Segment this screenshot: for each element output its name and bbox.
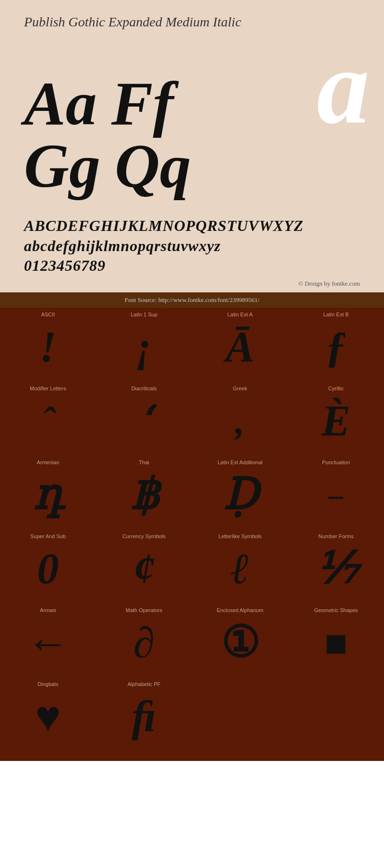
char-symbol-latinexta: Ā: [226, 318, 254, 376]
char-label-geoshapes: Geometric Shapes: [314, 607, 358, 613]
font-source: Font Source: http://www.fontke.com/font/…: [0, 292, 384, 308]
char-symbol-thai: ฿: [130, 466, 157, 524]
char-label-arrows: Arrows: [40, 607, 56, 613]
char-cell-diacriticals: Diacriticals ʻ: [96, 382, 192, 456]
char-symbol-arrows: ←: [26, 614, 70, 672]
char-label-superandsub: Super And Sub: [30, 533, 66, 539]
char-cell-greek: Greek ,: [192, 382, 288, 456]
char-symbol-greek: ,: [235, 392, 245, 450]
char-symbol-enclosednum: ①: [221, 614, 260, 672]
char-cell-arrows: Arrows ←: [0, 603, 96, 677]
char-symbol-cyrillic: È: [322, 392, 350, 450]
char-label-punctuation: Punctuation: [322, 459, 350, 465]
letter-pair-qq: Qq: [115, 134, 191, 197]
char-cell-empty1: [192, 677, 288, 751]
char-label-currency: Currency Symbols: [122, 533, 166, 539]
char-label-modletters: Modifier Letters: [30, 386, 66, 391]
char-label-latinexta: Latin Ext A: [228, 312, 253, 317]
char-symbol-dingbats: ♥: [35, 688, 60, 746]
char-label-mathops: Math Operators: [126, 607, 162, 613]
char-symbol-diacriticals: ʻ: [138, 392, 150, 450]
char-cell-armenian: Armenian դ: [0, 456, 96, 530]
char-symbol-latinextb: ƒ: [325, 318, 347, 376]
char-label-thai: Thai: [139, 459, 149, 465]
char-label-ascii: ASCII: [41, 312, 55, 317]
char-label-cyrillic: Cyrillic: [328, 386, 344, 391]
char-cell-thai: Thai ฿: [96, 456, 192, 530]
char-label-armenian: Armenian: [36, 459, 59, 465]
char-cell-cyrillic: Cyrillic È: [288, 382, 384, 456]
char-symbol-punctuation: –: [329, 466, 343, 524]
char-cell-dingbats: Dingbats ♥: [0, 677, 96, 751]
char-symbol-geoshapes: ■: [324, 614, 348, 672]
char-symbol-armenian: դ: [33, 466, 63, 524]
char-cell-superandsub: Super And Sub 0: [0, 530, 96, 603]
char-cell-latinextb: Latin Ext B ƒ: [288, 308, 384, 382]
char-symbol-currency: ¢: [133, 540, 155, 598]
char-symbol-latin1sup: ¡: [135, 318, 152, 376]
char-cell-ascii: ASCII !: [0, 308, 96, 382]
header-section: Publish Gothic Expanded Medium Italic Aa…: [0, 0, 384, 211]
letter-large-a: a: [317, 39, 370, 134]
letter-pair-gg: Gg: [24, 134, 100, 197]
char-cell-latinextadd: Latin Ext Additional Ḍ: [192, 456, 288, 530]
letter-pair-aa: Aa: [24, 72, 97, 134]
char-label-enclosednum: Enclosed Alphanum: [216, 607, 263, 613]
alphabet-upper: ABCDEFGHIJKLMNOPQRSTUVWXYZ: [24, 216, 360, 236]
char-cell-geoshapes: Geometric Shapes ■: [288, 603, 384, 677]
char-symbol-alphabeticpf: ﬁ: [132, 688, 156, 746]
char-cell-mathops: Math Operators ∂: [96, 603, 192, 677]
char-label-latin1sup: Latin 1 Sup: [131, 312, 157, 317]
alphabet-section: ABCDEFGHIJKLMNOPQRSTUVWXYZ abcdefghijklm…: [0, 211, 384, 276]
char-cell-modletters: Modifier Letters ˆ: [0, 382, 96, 456]
char-cell-punctuation: Punctuation –: [288, 456, 384, 530]
char-label-alphabeticpf: Alphabetic PF: [128, 681, 160, 687]
char-symbol-ascii: !: [39, 318, 56, 376]
char-cell-empty2: [288, 677, 384, 751]
second-letters-row: Gg Qq: [24, 134, 360, 202]
digits: 0123456789: [24, 256, 360, 276]
char-cell-enclosednum: Enclosed Alphanum ①: [192, 603, 288, 677]
dingbats-grid: Dingbats ♥ Alphabetic PF ﬁ: [0, 677, 384, 761]
char-symbol-modletters: ˆ: [42, 392, 55, 450]
letter-pair-ff: Ff: [111, 72, 174, 134]
big-letters-row: Aa Ff a: [24, 39, 360, 134]
font-title: Publish Gothic Expanded Medium Italic: [24, 14, 360, 30]
char-label-latinextadd: Latin Ext Additional: [217, 459, 263, 465]
char-symbol-letterlike: ℓ: [231, 540, 249, 598]
copyright: © Design by fontke.com: [0, 276, 384, 292]
char-label-numberforms: Number Forms: [318, 533, 353, 539]
char-symbol-numberforms: ⅐: [315, 540, 357, 598]
char-cell-letterlike: Letterlike Symbols ℓ: [192, 530, 288, 603]
char-symbol-superandsub: 0: [37, 540, 59, 598]
char-label-diacriticals: Diacriticals: [131, 386, 156, 391]
char-cell-alphabeticpf: Alphabetic PF ﬁ: [96, 677, 192, 751]
char-cell-currency: Currency Symbols ¢: [96, 530, 192, 603]
char-cell-latin1sup: Latin 1 Sup ¡: [96, 308, 192, 382]
char-cell-latinexta: Latin Ext A Ā: [192, 308, 288, 382]
char-cell-numberforms: Number Forms ⅐: [288, 530, 384, 603]
char-label-dingbats: Dingbats: [37, 681, 58, 687]
char-symbol-mathops: ∂: [133, 614, 155, 672]
char-label-greek: Greek: [233, 386, 247, 391]
char-label-latinextb: Latin Ext B: [323, 312, 348, 317]
char-grid: ASCII ! Latin 1 Sup ¡ Latin Ext A Ā Lati…: [0, 308, 384, 677]
char-label-letterlike: Letterlike Symbols: [218, 533, 262, 539]
char-symbol-latinextadd: Ḍ: [223, 466, 257, 524]
alphabet-lower: abcdefghijklmnopqrstuvwxyz: [24, 236, 360, 256]
